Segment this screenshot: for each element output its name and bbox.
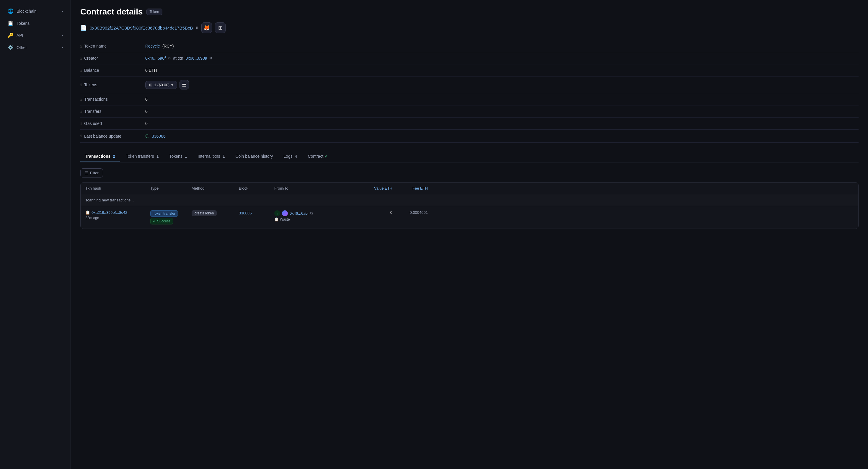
sidebar-label-blockchain: Blockchain bbox=[17, 9, 37, 13]
page-header: Contract details Token bbox=[80, 7, 859, 17]
copy-address-icon[interactable]: ⧉ bbox=[196, 26, 198, 30]
tab-coin-balance-history[interactable]: Coin balance history bbox=[230, 151, 278, 162]
transactions-table: Txn hash Type Method Block From/To Value… bbox=[80, 182, 859, 229]
success-check-icon: ✔ bbox=[153, 219, 156, 223]
label-transactions: Transactions bbox=[84, 97, 108, 101]
value-eth: 0 bbox=[390, 210, 392, 215]
to-label: Waste bbox=[280, 217, 290, 222]
copy-creator-icon[interactable]: ⧉ bbox=[168, 56, 170, 60]
token-name-link[interactable]: Recycle bbox=[145, 44, 160, 49]
col-header-method: Method bbox=[192, 186, 239, 190]
tab-token-transfers[interactable]: Token transfers 1 bbox=[121, 151, 163, 162]
sidebar-item-api[interactable]: 🔑 API › bbox=[2, 30, 68, 41]
fee-eth: 0.0004001 bbox=[410, 210, 428, 215]
method-cell: createToken bbox=[192, 210, 239, 216]
chevron-icon: › bbox=[62, 9, 63, 13]
sidebar-label-other: Other bbox=[17, 45, 27, 50]
tab-internal-txns[interactable]: Internal txns 1 bbox=[193, 151, 230, 162]
tab-label-internal-txns: Internal txns bbox=[198, 154, 220, 158]
col-header-txn-hash: Txn hash bbox=[85, 186, 150, 190]
label-token-name: Token name bbox=[84, 44, 106, 49]
tokens-grid-icon: ⊞ bbox=[149, 83, 152, 87]
creator-address-link[interactable]: 0x46...6a0f bbox=[145, 56, 166, 61]
type-badge: Token transfer bbox=[150, 210, 178, 217]
copy-from-addr-icon[interactable]: ⧉ bbox=[310, 211, 313, 215]
chevron-icon-api: › bbox=[62, 33, 63, 37]
tab-label-contract: Contract bbox=[308, 154, 323, 158]
from-to-cell: ↓ 0x46...6a0f ⧉ 📋 Waste bbox=[274, 210, 357, 222]
method-badge: createToken bbox=[192, 210, 217, 216]
incoming-arrow-icon: ↓ bbox=[274, 210, 280, 216]
metamask-button[interactable]: 🦊 bbox=[202, 23, 212, 33]
label-gas-used: Gas used bbox=[84, 121, 102, 126]
tokens-list-view-btn[interactable]: ☰ bbox=[180, 80, 189, 89]
balance-value: 0 ETH bbox=[145, 68, 157, 72]
tabs-bar: Transactions 2 Token transfers 1 Tokens … bbox=[80, 151, 859, 163]
txn-hash-value[interactable]: 0xa219a399ef...8c42 bbox=[92, 210, 127, 215]
block-cell: 336086 bbox=[239, 210, 274, 215]
page-title: Contract details bbox=[80, 7, 143, 17]
tab-count-tokens: 1 bbox=[185, 154, 187, 158]
info-icon-last-balance: ℹ bbox=[80, 134, 82, 138]
scanning-message: scanning new transactions... bbox=[85, 198, 134, 202]
tab-tokens[interactable]: Tokens 1 bbox=[164, 151, 192, 162]
tab-transactions[interactable]: Transactions 2 bbox=[80, 151, 120, 162]
col-header-value-eth: Value ETH bbox=[357, 186, 392, 190]
fee-cell: 0.0004001 bbox=[392, 210, 428, 215]
tokens-count: 1 ($0.00) bbox=[154, 83, 169, 87]
detail-tokens: ℹ Tokens ⊞ 1 ($0.00) ▾ ☰ bbox=[80, 77, 859, 93]
chevron-icon-other: › bbox=[62, 46, 63, 50]
creator-txn-link[interactable]: 0x96...690a bbox=[186, 56, 207, 61]
status-badge: ✔ Success bbox=[150, 218, 173, 225]
transfers-value: 0 bbox=[145, 109, 148, 114]
qr-button[interactable]: ⊞ bbox=[215, 23, 225, 33]
tab-count-internal-txns: 1 bbox=[223, 154, 225, 158]
col-header-from-to: From/To bbox=[274, 186, 357, 190]
contract-verified-icon: ✔ bbox=[324, 154, 328, 158]
tab-count-transactions: 2 bbox=[113, 154, 115, 158]
status-text: Success bbox=[157, 219, 170, 223]
sidebar-item-tokens[interactable]: 💾 Tokens bbox=[2, 18, 68, 29]
gas-used-value: 0 bbox=[145, 121, 148, 126]
info-icon-token-name: ℹ bbox=[80, 44, 82, 49]
col-header-block: Block bbox=[239, 186, 274, 190]
chevron-down-icon: ▾ bbox=[171, 83, 173, 87]
col-header-type: Type bbox=[150, 186, 192, 190]
at-txn-label: at txn bbox=[173, 56, 183, 61]
detail-last-balance: ℹ Last balance update ⬡ 336086 bbox=[80, 130, 859, 143]
tab-label-coin-balance-history: Coin balance history bbox=[235, 154, 273, 158]
sidebar: 🌐 Blockchain › 💾 Tokens 🔑 API › ⚙️ Other… bbox=[0, 0, 71, 469]
from-address-link[interactable]: 0x46...6a0f bbox=[290, 211, 309, 215]
txn-hash-link[interactable]: 📋 0xa219a399ef...8c42 bbox=[85, 210, 150, 215]
tokens-dropdown[interactable]: ⊞ 1 ($0.00) ▾ bbox=[145, 81, 177, 89]
label-last-balance-update: Last balance update bbox=[84, 134, 121, 139]
block-link[interactable]: 336086 bbox=[239, 211, 252, 215]
copy-txn-icon[interactable]: ⧉ bbox=[210, 56, 212, 60]
tab-contract[interactable]: Contract ✔ bbox=[303, 151, 333, 162]
col-header-fee-eth: Fee ETH bbox=[392, 186, 428, 190]
filter-button[interactable]: ☰ Filter bbox=[80, 168, 103, 177]
table-header: Txn hash Type Method Block From/To Value… bbox=[81, 182, 858, 194]
contract-file-icon: 📄 bbox=[80, 25, 87, 31]
sidebar-item-blockchain[interactable]: 🌐 Blockchain › bbox=[2, 5, 68, 17]
transactions-value: 0 bbox=[145, 97, 148, 101]
last-balance-block-link[interactable]: 336086 bbox=[152, 134, 166, 139]
detail-transfers: ℹ Transfers 0 bbox=[80, 106, 859, 118]
sidebar-item-other[interactable]: ⚙️ Other › bbox=[2, 42, 68, 53]
detail-balance: ℹ Balance 0 ETH bbox=[80, 64, 859, 77]
txn-doc-icon: 📋 bbox=[85, 210, 90, 215]
detail-gas-used: ℹ Gas used 0 bbox=[80, 118, 859, 130]
detail-token-name: ℹ Token name Recycle (RCY) bbox=[80, 40, 859, 52]
tab-logs[interactable]: Logs 4 bbox=[279, 151, 302, 162]
contract-address[interactable]: 0x30B962f22A7C8D9f980fEc3670dbb44dc17B5B… bbox=[90, 25, 193, 30]
tab-label-transactions: Transactions bbox=[85, 154, 111, 158]
txn-hash-cell: 📋 0xa219a399ef...8c42 22m ago bbox=[85, 210, 150, 220]
tab-count-logs: 4 bbox=[295, 154, 297, 158]
token-badge: Token bbox=[147, 8, 162, 15]
table-row: 📋 0xa219a399ef...8c42 22m ago Token tran… bbox=[81, 206, 858, 229]
tab-label-tokens: Tokens bbox=[169, 154, 182, 158]
value-cell: 0 bbox=[357, 210, 392, 215]
tab-label-logs: Logs bbox=[283, 154, 292, 158]
detail-transactions: ℹ Transactions 0 bbox=[80, 93, 859, 106]
info-icon-creator: ℹ bbox=[80, 56, 82, 61]
